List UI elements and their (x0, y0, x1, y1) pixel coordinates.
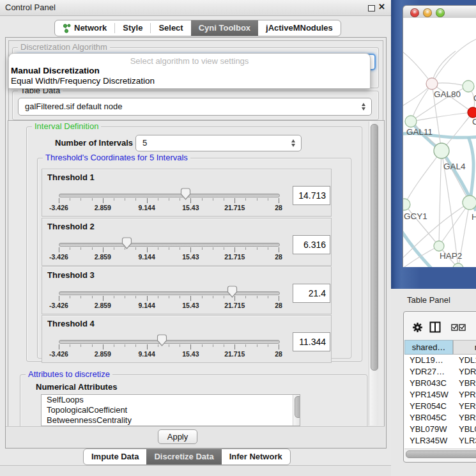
table-row[interactable]: YLR345WYLR3 (404, 435, 476, 447)
cell-name[interactable]: YPR1 (459, 389, 476, 401)
gear-icon[interactable] (412, 322, 423, 333)
slider-tick (92, 296, 93, 298)
slider-track[interactable] (59, 243, 280, 247)
cell-shared-name[interactable]: YBL079W (410, 424, 447, 435)
network-node-label: GAL4 (443, 162, 466, 171)
panel-scrollbar[interactable] (369, 121, 378, 426)
table-row[interactable]: YDL19…YDL1 (404, 355, 476, 366)
network-node (434, 143, 449, 158)
mac-close-button[interactable] (410, 8, 419, 17)
table-hscrollbar-thumb[interactable] (406, 450, 476, 458)
number-of-intervals-combobox[interactable]: 5 (135, 135, 302, 151)
cell-shared-name[interactable]: YBR045C (410, 412, 447, 424)
tab-impute-data[interactable]: Impute Data (84, 449, 146, 464)
threshold-value-field[interactable]: 6.316 (293, 235, 330, 254)
cell-shared-name[interactable]: YER054C (410, 401, 447, 412)
network-node-label: GCY1 (404, 211, 427, 221)
slider-tick (135, 247, 136, 250)
network-node-label: HAP2 (440, 251, 462, 261)
network-node (426, 78, 438, 89)
cell-shared-name[interactable]: YBR043C (410, 378, 447, 389)
slider-tick (245, 296, 246, 298)
slider-tick (81, 198, 81, 201)
network-window-titlebar[interactable] (403, 5, 476, 19)
slider-tick (158, 198, 158, 201)
cell-name[interactable]: YBL0 (459, 424, 476, 435)
slider-track[interactable] (59, 291, 280, 295)
list-scrollbar[interactable] (293, 395, 300, 426)
attribute-list-item[interactable]: BetweennessCentrality (42, 415, 300, 426)
attribute-list-item[interactable]: TopologicalCoefficient (42, 405, 300, 415)
attribute-list-item[interactable]: SelfLoops (42, 395, 300, 405)
interval-definition-label: Interval Definition (32, 122, 101, 131)
mac-zoom-button[interactable] (436, 8, 445, 17)
tab-jactivemnodules[interactable]: jActiveMNodules (258, 20, 341, 36)
tab-cyni-toolbox[interactable]: Cyni Toolbox (191, 20, 258, 36)
table-row[interactable]: YPR145WYPR1 (404, 389, 476, 401)
cell-name[interactable]: YBR0 (459, 378, 476, 389)
slider-thumb[interactable] (121, 237, 132, 249)
thresholds-group: Threshold's Coordinates for 5 Intervals … (37, 158, 351, 358)
table-hscrollbar[interactable] (404, 449, 476, 459)
control-panel-title: Control Panel (5, 3, 56, 12)
network-node-label: C (472, 117, 476, 127)
slider-axis-label: 15.43 (171, 253, 210, 261)
tab-select[interactable]: Select (151, 20, 190, 36)
float-window-icon[interactable] (368, 5, 375, 12)
slider-track[interactable] (59, 194, 280, 197)
table-row[interactable]: YER054CYER0 (404, 401, 476, 412)
slider-tick (114, 344, 114, 347)
column-split-icon[interactable] (429, 321, 441, 333)
close-icon[interactable]: ✕ (378, 2, 385, 12)
popup-item-equal-width-frequency[interactable]: Equal Width/Frequency Discretization (11, 76, 155, 86)
network-node (463, 81, 474, 92)
slider-thumb[interactable] (227, 286, 238, 298)
cell-name[interactable]: YER0 (459, 401, 476, 412)
algorithm-hint: Select algorithm to view settings (9, 56, 370, 66)
panel-scrollbar-thumb[interactable] (371, 124, 378, 371)
apply-button[interactable]: Apply (158, 429, 197, 444)
slider-tick (59, 296, 59, 301)
table-panel-title: Table Panel (407, 295, 450, 305)
tab-discretize-data[interactable]: Discretize Data (146, 449, 221, 464)
slider-tick (92, 198, 93, 201)
table-data-combobox[interactable]: galFiltered.sif default node (18, 98, 372, 116)
cell-shared-name[interactable]: YPR145W (410, 389, 449, 401)
attribute-items: SelfLoopsTopologicalCoefficientBetweenne… (42, 395, 300, 426)
list-scrollbar-thumb[interactable] (295, 396, 301, 418)
slider-thumb[interactable] (180, 188, 191, 200)
tab-style[interactable]: Style (115, 20, 150, 36)
cell-shared-name[interactable]: YDL19… (410, 355, 443, 366)
mac-minimize-button[interactable] (423, 8, 432, 17)
network-canvas[interactable]: GAL80GACGAL11GAL4GCY1HHAP2 (403, 18, 476, 267)
threshold-value-field[interactable]: 21.4 (293, 284, 330, 303)
tab-network[interactable]: Network (55, 20, 114, 36)
slider-tick (59, 344, 59, 349)
slider-tick (169, 198, 169, 201)
table-row[interactable]: YBR043CYBR0 (404, 378, 476, 389)
node-table: shared… na YDL19…YDL1YDR27…YDR2YBR043CYB… (404, 340, 476, 449)
slider-thumb[interactable] (157, 334, 167, 346)
numerical-attributes-list[interactable]: SelfLoopsTopologicalCoefficientBetweenne… (41, 394, 300, 426)
column-header-name[interactable]: na (453, 340, 476, 355)
slider-tick (257, 198, 257, 201)
column-header-shared-name[interactable]: shared… (404, 340, 453, 355)
cell-name[interactable]: YLR3 (459, 435, 476, 447)
cell-name[interactable]: YDR2 (459, 366, 476, 378)
threshold-value-field[interactable]: 11.344 (293, 332, 330, 351)
slider-axis-label: 21.715 (215, 204, 254, 211)
cell-name[interactable]: YDL1 (459, 355, 476, 366)
table-row[interactable]: YBL079WYBL0 (404, 424, 476, 435)
slider-tick (92, 247, 93, 250)
cell-name[interactable]: YBR0 (459, 412, 476, 424)
cell-shared-name[interactable]: YLR345W (410, 435, 447, 447)
cell-shared-name[interactable]: YDR27… (410, 366, 445, 378)
threshold-label: Threshold 2 (47, 222, 95, 231)
tab-infer-network[interactable]: Infer Network (222, 449, 290, 464)
threshold-value-field[interactable]: 14.713 (293, 186, 330, 205)
table-row[interactable]: YDR27…YDR2 (404, 366, 476, 378)
popup-item-manual-discretization[interactable]: Manual Discretization (11, 66, 100, 75)
select-columns-icon[interactable] (451, 324, 466, 331)
slider-track[interactable] (59, 340, 280, 344)
table-row[interactable]: YBR045CYBR0 (404, 412, 476, 424)
